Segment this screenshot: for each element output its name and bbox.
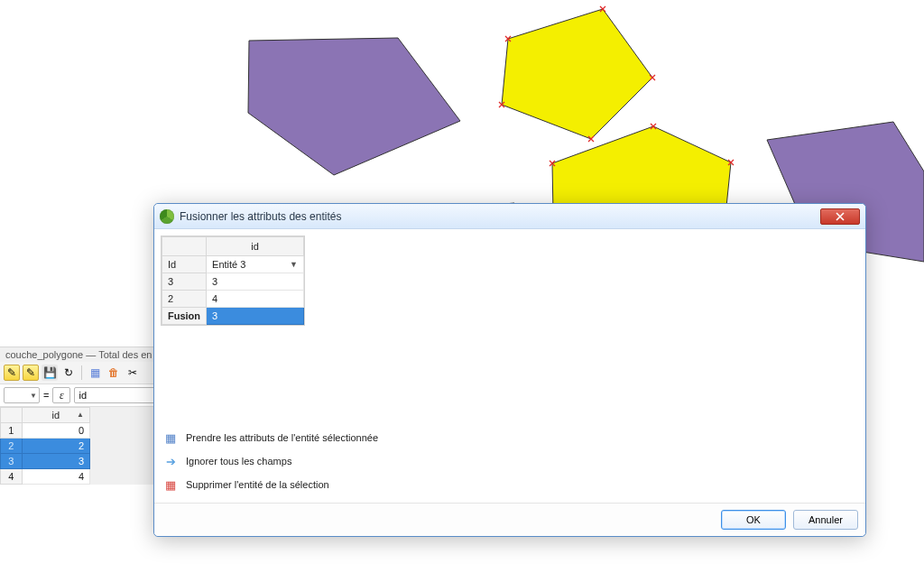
- cut-button[interactable]: ✂: [125, 365, 141, 381]
- dialog-button-bar: OK Annuler: [154, 503, 865, 536]
- row-number[interactable]: 2: [1, 439, 23, 454]
- merge-attributes-dialog: Fusionner les attributs des entités id I…: [153, 203, 866, 537]
- arrow-right-icon: ➔: [162, 453, 179, 469]
- id-cell[interactable]: 0: [22, 423, 89, 439]
- row-number-header: [1, 408, 23, 423]
- dialog-titlebar[interactable]: Fusionner les attributs des entités: [154, 204, 865, 229]
- equals-label: =: [43, 390, 49, 401]
- dialog-title: Fusionner les attributs des entités: [180, 210, 341, 223]
- close-button[interactable]: [820, 208, 860, 225]
- multi-edit-button[interactable]: ✎: [23, 365, 39, 381]
- merge-id-row: Id Entité 3 ▼: [162, 256, 304, 273]
- row-number[interactable]: 4: [1, 469, 23, 485]
- table-row[interactable]: 10: [1, 423, 90, 439]
- merge-corner-cell: [162, 237, 207, 256]
- chevron-down-icon: ▼: [290, 260, 298, 269]
- merge-source-dropdown[interactable]: Entité 3 ▼: [207, 256, 304, 273]
- take-attributes-button[interactable]: ▦ Prendre les attributs de l'entité séle…: [161, 426, 380, 449]
- merge-fusion-label: Fusion: [162, 308, 207, 325]
- remove-entity-label: Supprimer l'entité de la sélection: [186, 479, 329, 490]
- toolbar-separator: [81, 365, 82, 380]
- chevron-down-icon: ▼: [30, 392, 37, 400]
- table-row[interactable]: 33: [1, 454, 90, 469]
- merge-data-row[interactable]: 33: [162, 273, 304, 291]
- close-icon: [836, 212, 845, 221]
- merge-row-value[interactable]: 3: [207, 273, 304, 291]
- attribute-table[interactable]: id ▲ 10223344: [0, 407, 90, 485]
- merge-table[interactable]: id Id Entité 3 ▼ 3324: [161, 236, 305, 326]
- remove-entity-icon: ▦: [162, 476, 179, 493]
- skip-all-button[interactable]: ➔ Ignorer tous les champs: [161, 449, 293, 473]
- skip-all-label: Ignorer tous les champs: [186, 456, 291, 467]
- toggle-edit-button[interactable]: ✎: [4, 365, 20, 381]
- save-edits-button[interactable]: 💾: [42, 365, 58, 381]
- merge-row-header: 3: [162, 273, 207, 291]
- svg-marker-0: [248, 38, 460, 175]
- qgis-icon: [160, 209, 174, 224]
- expression-button[interactable]: ε: [52, 387, 70, 403]
- id-cell[interactable]: 3: [22, 454, 89, 469]
- take-attributes-icon: ▦: [162, 430, 179, 446]
- id-cell[interactable]: 2: [22, 439, 89, 454]
- sort-asc-icon: ▲: [77, 411, 84, 419]
- table-row[interactable]: 22: [1, 439, 90, 454]
- merge-data-row[interactable]: 24: [162, 291, 304, 308]
- merge-row-header: 2: [162, 291, 207, 308]
- merge-fusion-row: Fusion 3: [162, 308, 304, 325]
- reload-button[interactable]: ↻: [60, 365, 77, 381]
- merge-actions: ▦ Prendre les attributs de l'entité séle…: [161, 415, 859, 496]
- row-number[interactable]: 3: [1, 454, 23, 469]
- merge-fusion-value[interactable]: 3: [207, 308, 304, 325]
- row-number[interactable]: 1: [1, 423, 23, 439]
- delete-feature-button[interactable]: 🗑: [106, 365, 122, 381]
- field-combo[interactable]: ▼: [4, 387, 40, 403]
- ok-button[interactable]: OK: [721, 510, 786, 530]
- merge-id-header[interactable]: id: [207, 237, 304, 256]
- remove-entity-button[interactable]: ▦ Supprimer l'entité de la sélection: [161, 473, 331, 496]
- id-column-label: id: [52, 410, 60, 421]
- svg-marker-1: [502, 9, 652, 139]
- table-row[interactable]: 44: [1, 469, 90, 485]
- merge-source-value: Entité 3: [212, 259, 245, 270]
- id-cell[interactable]: 4: [22, 469, 89, 485]
- take-attributes-label: Prendre les attributs de l'entité sélect…: [186, 432, 378, 443]
- add-feature-button[interactable]: ▦: [87, 365, 103, 381]
- id-column-header[interactable]: id ▲: [22, 408, 89, 423]
- merge-row-value[interactable]: 4: [207, 291, 304, 308]
- merge-id-label: Id: [162, 256, 207, 273]
- cancel-button[interactable]: Annuler: [793, 510, 858, 530]
